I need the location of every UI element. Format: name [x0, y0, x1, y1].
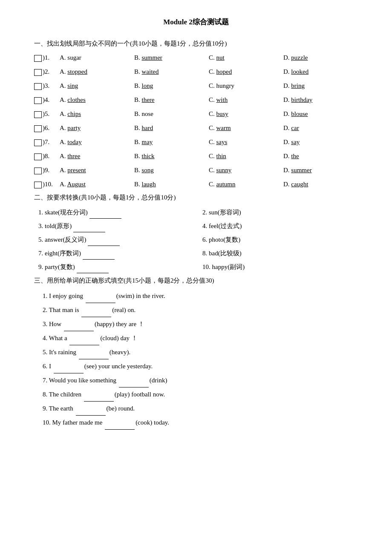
choice-row: )10.A. AugustB. laughC. autumnD. caught	[34, 179, 358, 190]
section2-item: 3. told(原形)	[38, 220, 194, 232]
choice-option: D. car	[283, 122, 358, 134]
choice-option: D. bring	[283, 80, 358, 92]
choice-option: A. party	[60, 122, 134, 134]
question-num: )10.	[34, 179, 60, 190]
choice-row: )8.A. threeB. thickC. thinD. the	[34, 150, 358, 162]
question-num: )1.	[34, 52, 60, 64]
choice-option: A. clothes	[60, 94, 134, 106]
question-num: )2.	[34, 66, 60, 78]
choice-option: B. nose	[134, 108, 209, 120]
choice-option: B. summer	[134, 52, 209, 64]
choice-row: )2.A. stoppedB. waitedC. hopedD. looked	[34, 66, 358, 78]
section3-item: 6. I (see) your uncle yesterday.	[34, 359, 358, 373]
section2-item: 8. bad(比较级)	[202, 247, 358, 260]
choice-option: D. looked	[283, 66, 358, 78]
section3-item: 3. How (happy) they are ！	[34, 317, 358, 331]
section2-item: 9. party(复数)	[38, 260, 194, 273]
section3-items: 1. I enjoy going (swim) in the river.2. …	[34, 289, 358, 430]
choice-option: A. three	[60, 150, 134, 162]
section2-item: 5. answer(反义词)	[38, 233, 194, 246]
section1-questions: )1.A. sugarB. summerC. nutD. puzzle)2.A.…	[34, 52, 358, 190]
choice-option: D. birthday	[283, 94, 358, 106]
choice-option: B. laugh	[134, 179, 209, 190]
choice-option: C. hungry	[209, 80, 283, 92]
choice-option: C. sunny	[209, 165, 283, 176]
section3-item: 2. That man is (real) on.	[34, 303, 358, 317]
choice-option: D. puzzle	[283, 52, 358, 64]
question-num: )4.	[34, 94, 60, 106]
choice-option: B. long	[134, 80, 209, 92]
choice-row: )5.A. chipsB. noseC. busyD. blouse	[34, 108, 358, 120]
choice-option: A. sugar	[60, 52, 134, 64]
choice-row: )4.A. clothesB. thereC. withD. birthday	[34, 94, 358, 106]
choice-option: D. caught	[283, 179, 358, 190]
choice-option: C. says	[209, 136, 283, 148]
section2-item: 2. sun(形容词)	[202, 206, 358, 219]
choice-option: D. say	[283, 136, 358, 148]
page-title: Module 2综合测试题	[34, 17, 358, 27]
section2-item: 7. eight(序数词)	[38, 247, 194, 260]
section3-item: 9. The earth (be) round.	[34, 402, 358, 416]
section2-items: 1. skate(现在分词)2. sun(形容词)3. told(原形)4. f…	[34, 206, 358, 273]
section3-item: 8. The children (play) football now.	[34, 387, 358, 402]
choice-option: A. stopped	[60, 66, 134, 78]
section3-item: 4. What a (cloud) day ！	[34, 331, 358, 345]
choice-option: A. present	[60, 165, 134, 176]
choice-option: B. song	[134, 165, 209, 176]
section3-item: 10. My father made me (cook) today.	[34, 416, 358, 430]
question-num: )6.	[34, 122, 60, 134]
choice-option: A. sing	[60, 80, 134, 92]
question-num: )5.	[34, 108, 60, 120]
section3-item: 5. It's raining (heavy).	[34, 345, 358, 359]
choice-option: D. blouse	[283, 108, 358, 120]
choice-option: C. busy	[209, 108, 283, 120]
choice-row: )7.A. todayB. mayC. saysD. say	[34, 136, 358, 148]
choice-option: A. chips	[60, 108, 134, 120]
question-num: )8.	[34, 150, 60, 162]
choice-option: B. there	[134, 94, 209, 106]
question-num: )9.	[34, 165, 60, 176]
section3-item: 1. I enjoy going (swim) in the river.	[34, 289, 358, 303]
choice-option: B. waited	[134, 66, 209, 78]
section2-item: 4. feel(过去式)	[202, 220, 358, 232]
question-num: )7.	[34, 136, 60, 148]
choice-option: B. hard	[134, 122, 209, 134]
choice-option: A. today	[60, 136, 134, 148]
choice-option: C. hoped	[209, 66, 283, 78]
choice-option: D. summer	[283, 165, 358, 176]
choice-row: )3.A. singB. longC. hungryD. bring	[34, 80, 358, 92]
choice-option: C. thin	[209, 150, 283, 162]
choice-option: C. with	[209, 94, 283, 106]
section2-item: 10. happy(副词)	[202, 260, 358, 273]
choice-option: C. autumn	[209, 179, 283, 190]
choice-row: )6.A. partyB. hardC. warmD. car	[34, 122, 358, 134]
choice-row: )9.A. presentB. songC. sunnyD. summer	[34, 165, 358, 176]
choice-option: B. may	[134, 136, 209, 148]
choice-option: D. the	[283, 150, 358, 162]
section3-header: 三、用所给单词的正确形式填空(共15小题，每题2分，总分值30)	[34, 277, 358, 285]
choice-row: )1.A. sugarB. summerC. nutD. puzzle	[34, 52, 358, 64]
choice-option: C. nut	[209, 52, 283, 64]
choice-option: B. thick	[134, 150, 209, 162]
section3-item: 7. Would you like something (drink)	[34, 373, 358, 387]
section2-header: 二、按要求转换(共10小题，每题1分，总分值10分)	[34, 194, 358, 202]
section2-item: 1. skate(现在分词)	[38, 206, 194, 219]
section1-header: 一、找出划线局部与众不同的一个(共10小题，每题1分，总分值10分)	[34, 40, 358, 48]
section2-item: 6. photo(复数)	[202, 233, 358, 246]
question-num: )3.	[34, 80, 60, 92]
choice-option: A. August	[60, 179, 134, 190]
choice-option: C. warm	[209, 122, 283, 134]
